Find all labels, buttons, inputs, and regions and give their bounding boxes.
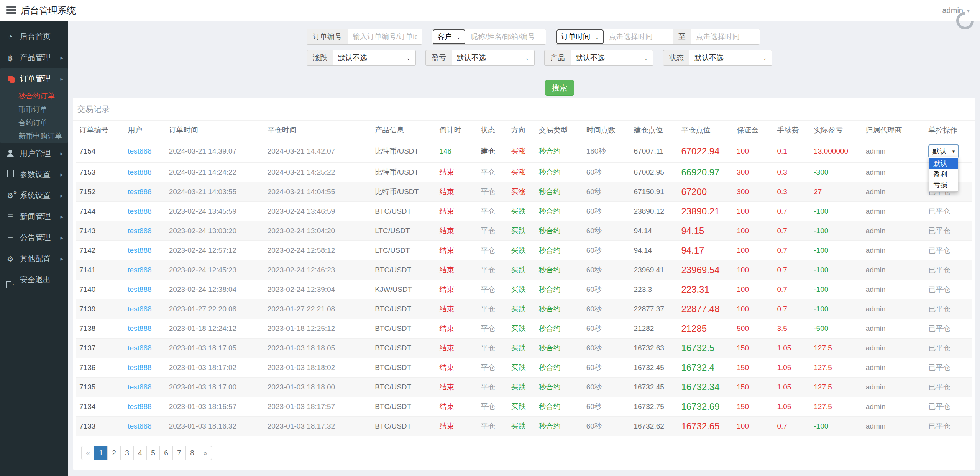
close-point: 22877.48 — [678, 299, 734, 319]
menu-icon[interactable] — [6, 6, 16, 15]
agent: admin — [863, 202, 926, 221]
close-point: 16732.34 — [678, 378, 734, 397]
sidebar-item-6[interactable]: ≣新闻管理▸ — [0, 206, 68, 227]
margin: 150 — [734, 358, 774, 378]
fee: 3.5 — [774, 319, 811, 339]
state: 平仓 — [478, 280, 508, 299]
control-option[interactable]: 默认 — [929, 158, 958, 169]
table-row: 7144test8882023-02-24 13:45:592023-02-24… — [76, 202, 972, 221]
sidebar-item-1[interactable]: ฿产品管理▸ — [0, 47, 68, 68]
records-tbody: 7154test8882024-03-21 14:39:072024-03-21… — [76, 140, 972, 436]
page-next[interactable]: » — [199, 446, 212, 460]
margin: 100 — [734, 221, 774, 241]
fee: 1.05 — [774, 358, 811, 378]
trade-type: 秒合约 — [536, 319, 583, 339]
table-row: 7141test8882023-02-24 12:45:232023-02-24… — [76, 260, 972, 280]
user-link[interactable]: test888 — [125, 163, 166, 182]
open-point: 67007.11 — [631, 140, 678, 163]
page-2[interactable]: 2 — [107, 446, 121, 460]
sidebar-item-8[interactable]: ⚙其他配置▸ — [0, 248, 68, 269]
agent: admin — [863, 397, 926, 417]
open-point: 23969.41 — [631, 260, 678, 280]
rise-fall-select[interactable]: 默认不选 ⌄ — [333, 50, 416, 66]
time-to-input[interactable] — [691, 29, 760, 44]
customer-input[interactable] — [466, 29, 546, 44]
open-point: 94.14 — [631, 221, 678, 241]
close-point: 16732.4 — [678, 358, 734, 378]
open-point: 23890.12 — [631, 202, 678, 221]
customer-type-select[interactable]: 客户 ⌄ — [433, 29, 465, 44]
product-info: LTC/USDT — [372, 241, 436, 260]
state: 平仓 — [478, 182, 508, 202]
sidebar-item-0[interactable]: ◔后台首页 — [0, 26, 68, 47]
control-option[interactable]: 盈利 — [929, 169, 958, 180]
sidebar-subitem-1[interactable]: 币币订单 — [0, 103, 68, 116]
user-link[interactable]: test888 — [125, 299, 166, 319]
control-cell: 已平仓 — [925, 358, 972, 378]
margin: 100 — [734, 202, 774, 221]
page-8[interactable]: 8 — [185, 446, 199, 460]
product-info: 比特币/USDT — [372, 163, 436, 182]
page-prev[interactable]: « — [81, 446, 95, 460]
user-link[interactable]: test888 — [125, 260, 166, 280]
column-header: 产品信息 — [372, 121, 436, 140]
user-link[interactable]: test888 — [125, 358, 166, 378]
page-6[interactable]: 6 — [159, 446, 173, 460]
order-time: 2024-03-21 14:39:07 — [166, 140, 264, 163]
user-link[interactable]: test888 — [125, 417, 166, 436]
control-option[interactable]: 亏损 — [929, 180, 958, 190]
profit: -100 — [811, 280, 863, 299]
state: 平仓 — [478, 378, 508, 397]
agent: admin — [863, 182, 926, 202]
user-link[interactable]: test888 — [125, 397, 166, 417]
sidebar-item-2[interactable]: 订单管理▸ — [0, 68, 68, 89]
control-select[interactable]: 默认▾ — [928, 144, 959, 158]
sidebar-item-5[interactable]: ⚙系统设置▸ — [0, 185, 68, 206]
user-link[interactable]: test888 — [125, 339, 166, 358]
time-type-select[interactable]: 订单时间 ⌄ — [556, 29, 604, 44]
app-title: 后台管理系统 — [21, 0, 76, 21]
page-1[interactable]: 1 — [94, 446, 108, 460]
sidebar-subitem-2[interactable]: 合约订单 — [0, 116, 68, 129]
product-select[interactable]: 默认不选 ⌄ — [571, 50, 653, 66]
control-cell: 已平仓 — [925, 260, 972, 280]
profit: 13.000000 — [811, 140, 863, 163]
sidebar-subitem-3[interactable]: 新币申购订单 — [0, 129, 68, 143]
page-7[interactable]: 7 — [172, 446, 186, 460]
close-time: 2023-01-27 22:21:08 — [264, 299, 372, 319]
order-no-input[interactable] — [348, 29, 422, 45]
close-point: 67200 — [678, 182, 734, 202]
user-link[interactable]: test888 — [125, 221, 166, 241]
user-link[interactable]: test888 — [125, 140, 166, 163]
user-link[interactable]: test888 — [125, 202, 166, 221]
user-link[interactable]: test888 — [125, 241, 166, 260]
sidebar-item-9[interactable]: 安全退出 — [0, 269, 68, 290]
agent: admin — [863, 319, 926, 339]
close-point: 23890.21 — [678, 202, 734, 221]
duration: 60秒 — [583, 417, 631, 436]
user-link[interactable]: test888 — [125, 280, 166, 299]
customer-group: 客户 ⌄ — [432, 29, 546, 45]
trade-type: 秒合约 — [536, 280, 583, 299]
sidebar-item-7[interactable]: ≣公告管理▸ — [0, 227, 68, 248]
countdown: 148 — [436, 140, 478, 163]
close-point: 67022.94 — [678, 140, 734, 163]
user-link[interactable]: test888 — [125, 319, 166, 339]
page-3[interactable]: 3 — [120, 446, 134, 460]
page-5[interactable]: 5 — [146, 446, 160, 460]
chevron-right-icon: ▸ — [60, 150, 63, 157]
state: 建仓 — [478, 140, 508, 163]
direction: 买跌 — [508, 241, 535, 260]
page-4[interactable]: 4 — [133, 446, 147, 460]
time-from-input[interactable] — [604, 29, 673, 44]
user-link[interactable]: test888 — [125, 378, 166, 397]
sidebar-item-3[interactable]: 用户管理▸ — [0, 143, 68, 164]
status-select[interactable]: 默认不选 ⌄ — [689, 50, 772, 66]
user-link[interactable]: test888 — [125, 182, 166, 202]
profit-loss-select[interactable]: 默认不选 ⌄ — [452, 50, 535, 66]
sidebar-item-4[interactable]: 参数设置▸ — [0, 164, 68, 185]
sidebar-subitem-0[interactable]: 秒合约订单 — [0, 89, 68, 103]
time-range-group: 订单时间 ⌄ 至 — [556, 29, 760, 45]
search-button[interactable]: 搜索 — [545, 80, 574, 96]
agent: admin — [863, 378, 926, 397]
